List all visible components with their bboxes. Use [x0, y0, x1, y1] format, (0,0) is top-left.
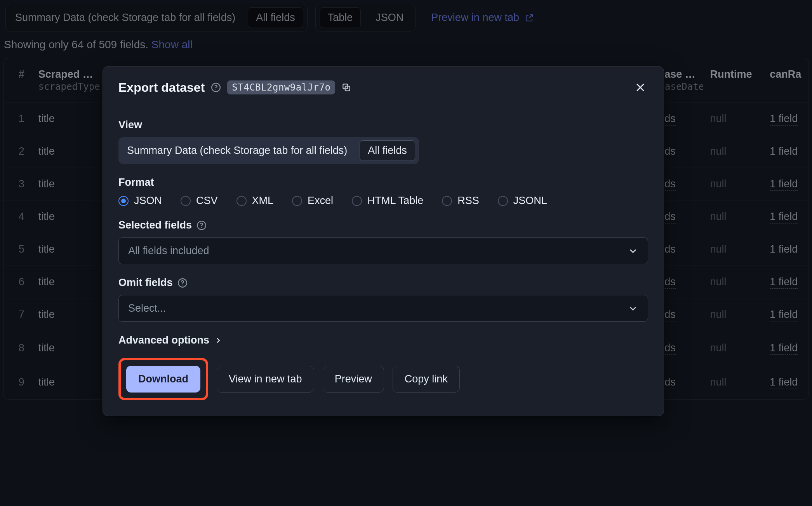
- fields-link[interactable]: 1 field: [770, 243, 798, 256]
- format-radio-jsonl[interactable]: JSONL: [498, 195, 547, 207]
- table-cell: 1: [3, 103, 31, 135]
- view-pill-allfields[interactable]: All fields: [360, 140, 415, 161]
- preview-new-tab-label: Preview in new tab: [431, 12, 519, 24]
- format-toggle-json[interactable]: JSON: [368, 8, 411, 28]
- format-radio-label: JSON: [134, 195, 162, 207]
- format-radio-xml[interactable]: XML: [236, 195, 274, 207]
- help-icon[interactable]: [196, 220, 207, 230]
- table-cell: title: [31, 103, 104, 135]
- omit-fields-placeholder: Select...: [128, 302, 166, 314]
- col-header-canra[interactable]: canRa: [763, 58, 809, 103]
- copy-link-button[interactable]: Copy link: [393, 366, 460, 393]
- format-radio-excel[interactable]: Excel: [292, 195, 333, 207]
- advanced-options-toggle[interactable]: Advanced options: [118, 334, 648, 346]
- table-cell: 5: [3, 233, 31, 266]
- table-cell: 7: [3, 298, 31, 331]
- svg-point-5: [201, 227, 202, 228]
- fields-link[interactable]: 1 field: [770, 178, 798, 191]
- view-selector[interactable]: Summary Data (check Storage tab for all …: [5, 4, 308, 31]
- table-cell: 1 field: [763, 331, 809, 365]
- table-cell: title: [31, 135, 104, 168]
- close-button[interactable]: [633, 80, 648, 95]
- copy-icon[interactable]: [341, 82, 351, 92]
- null-value: null: [710, 309, 727, 320]
- fields-link[interactable]: 1 field: [770, 342, 798, 355]
- selected-fields-section: Selected fields All fields included: [118, 219, 648, 264]
- table-cell: null: [703, 135, 763, 168]
- modal-button-row: Download View in new tab Preview Copy li…: [118, 358, 648, 400]
- fields-link[interactable]: 1 field: [770, 211, 798, 223]
- format-radio-rss[interactable]: RSS: [442, 195, 479, 207]
- show-all-link[interactable]: Show all: [151, 38, 193, 51]
- col-header-scraped-type[interactable]: Scraped Type scrapedType: [31, 58, 104, 103]
- help-icon[interactable]: [211, 82, 221, 92]
- view-selector-allfields[interactable]: All fields: [248, 7, 303, 28]
- table-cell: 1 field: [763, 135, 809, 168]
- fields-link[interactable]: 1 field: [770, 145, 798, 158]
- fields-link[interactable]: 1 field: [770, 113, 798, 126]
- preview-button[interactable]: Preview: [323, 366, 384, 393]
- format-radio-label: Excel: [308, 195, 333, 207]
- export-dataset-modal: Export dataset ST4CBL2gnw9alJr7o View Su…: [103, 66, 664, 416]
- field-count-text: Showing only 64 of 509 fields. Show all: [3, 36, 809, 58]
- format-radio-html-table[interactable]: HTML Table: [352, 195, 423, 207]
- advanced-options-label: Advanced options: [118, 334, 209, 346]
- view-pill[interactable]: Summary Data (check Storage tab for all …: [118, 137, 419, 164]
- table-cell: 2: [3, 135, 31, 168]
- field-count-prefix: Showing only 64 of 509 fields.: [4, 38, 151, 51]
- view-pill-label: Summary Data (check Storage tab for all …: [122, 141, 352, 160]
- chevron-down-icon: [628, 246, 638, 256]
- table-cell: null: [703, 266, 763, 298]
- radio-icon: [442, 196, 452, 206]
- format-toggle-table[interactable]: Table: [320, 7, 361, 28]
- view-in-new-tab-button[interactable]: View in new tab: [217, 366, 314, 393]
- col-header-runtime[interactable]: Runtime: [703, 58, 763, 103]
- omit-fields-label: Omit fields: [118, 277, 648, 289]
- format-radio-csv[interactable]: CSV: [181, 195, 218, 207]
- modal-body: View Summary Data (check Storage tab for…: [103, 107, 664, 416]
- table-cell: 9: [3, 365, 31, 400]
- radio-icon: [352, 196, 362, 206]
- view-selector-label: Summary Data (check Storage tab for all …: [10, 9, 241, 26]
- table-cell: null: [703, 168, 763, 201]
- table-cell: 1 field: [763, 266, 809, 298]
- svg-point-7: [182, 284, 183, 285]
- format-radio-json[interactable]: JSON: [118, 195, 162, 207]
- radio-icon: [181, 196, 191, 206]
- help-icon[interactable]: [177, 278, 188, 288]
- table-cell: 1 field: [763, 201, 809, 233]
- format-radio-label: JSONL: [513, 195, 547, 207]
- col-header-index: #: [3, 58, 31, 103]
- null-value: null: [710, 243, 727, 255]
- table-cell: 1 field: [763, 298, 809, 331]
- radio-icon: [292, 196, 302, 206]
- omit-fields-section: Omit fields Select...: [118, 277, 648, 322]
- table-cell: 1 field: [763, 233, 809, 266]
- view-section-label: View: [118, 119, 648, 131]
- fields-link[interactable]: 1 field: [770, 309, 798, 321]
- table-cell: 8: [3, 331, 31, 365]
- fields-link[interactable]: 1 field: [770, 276, 798, 289]
- selected-fields-select[interactable]: All fields included: [118, 237, 648, 264]
- table-cell: title: [31, 233, 104, 266]
- null-value: null: [710, 178, 727, 190]
- table-cell: title: [31, 331, 104, 365]
- null-value: null: [710, 376, 727, 388]
- radio-icon: [498, 196, 508, 206]
- svg-point-1: [216, 89, 216, 90]
- radio-icon: [236, 196, 247, 206]
- table-cell: null: [703, 103, 763, 135]
- download-button[interactable]: Download: [126, 366, 200, 393]
- format-radio-label: HTML Table: [367, 195, 423, 207]
- format-section: Format JSONCSVXMLExcelHTML TableRSSJSONL: [118, 176, 648, 207]
- preview-new-tab-link[interactable]: Preview in new tab: [423, 12, 534, 24]
- table-cell: title: [31, 365, 104, 400]
- table-cell: 1 field: [763, 365, 809, 400]
- omit-fields-select[interactable]: Select...: [118, 295, 648, 322]
- table-cell: 1 field: [763, 168, 809, 201]
- format-toggle: Table JSON: [315, 4, 416, 31]
- fields-link[interactable]: 1 field: [770, 376, 798, 389]
- download-highlight: Download: [118, 358, 208, 400]
- table-cell: 1 field: [763, 103, 809, 135]
- modal-title: Export dataset: [118, 80, 205, 95]
